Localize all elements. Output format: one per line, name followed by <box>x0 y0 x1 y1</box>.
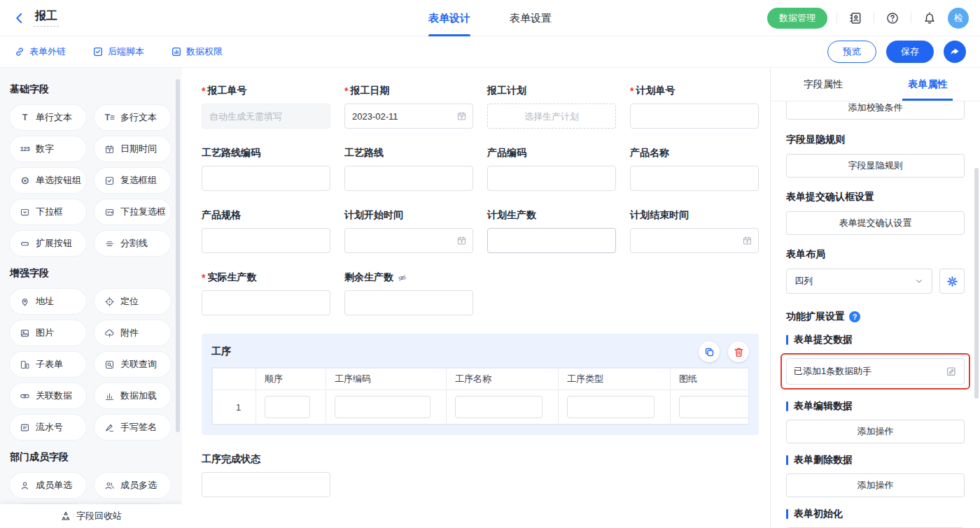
delete-data-add-action-button[interactable]: 添加操作 <box>786 473 965 497</box>
sidebar-item-location[interactable]: 定位 <box>94 289 171 314</box>
tab-form-settings[interactable]: 表单设置 <box>510 0 552 36</box>
layout-settings-button[interactable] <box>939 269 965 294</box>
help-icon[interactable]: ? <box>849 311 860 322</box>
preview-button[interactable]: 预览 <box>827 41 876 63</box>
layout-select[interactable]: 四列 <box>786 269 932 294</box>
sidebar-item-single-line-text[interactable]: T单行文本 <box>10 105 86 130</box>
field-remaining-quantity[interactable]: 剩余生产数 <box>344 271 473 315</box>
row-index: 1 <box>213 390 256 424</box>
sidebar-item-multi-select[interactable]: 下拉复选框 <box>94 199 171 224</box>
sidebar-item-member-single[interactable]: 成员单选 <box>10 473 86 498</box>
display-rules-button[interactable]: 字段显隐规则 <box>786 154 965 178</box>
sidebar-item-number[interactable]: 123数字 <box>10 136 86 162</box>
field-recycle-bin[interactable]: 字段回收站 <box>0 504 182 528</box>
sidebar-item-divider[interactable]: 分割线 <box>94 231 171 256</box>
field-report-date[interactable]: *报工日期 <box>344 85 473 129</box>
eye-hidden-icon <box>397 273 407 283</box>
product-spec-input[interactable] <box>202 228 330 253</box>
properties-panel: 字段属性 表单属性 添加校验条件 字段显隐规则 字段显隐规则 表单提交确认框设置… <box>770 68 980 528</box>
data-permission-icon <box>171 46 182 57</box>
sidebar-item-checkbox-group[interactable]: 复选框组 <box>94 168 171 193</box>
subform-copy-button[interactable] <box>699 341 720 362</box>
sidebar-item-radio-group[interactable]: ⊙单选按钮组 <box>10 168 86 193</box>
field-actual-quantity[interactable]: *实际生产数 <box>202 271 330 315</box>
product-code-input[interactable] <box>487 166 616 191</box>
plan-end-time-input[interactable] <box>630 228 759 253</box>
sidebar-item-datetime[interactable]: 日期时间 <box>94 136 171 162</box>
remaining-quantity-input[interactable] <box>344 290 473 315</box>
back-icon[interactable] <box>11 10 28 27</box>
field-product-spec[interactable]: 产品规格 <box>202 209 330 253</box>
sidebar-scrollbar[interactable] <box>176 79 180 432</box>
field-report-plan[interactable]: 报工计划 <box>487 85 616 129</box>
form-external-link[interactable]: 表单外链 <box>14 45 66 58</box>
field-plan-quantity[interactable]: 计划生产数 <box>487 209 616 253</box>
contacts-icon[interactable] <box>846 9 864 27</box>
submit-confirm-button[interactable]: 表单提交确认设置 <box>786 211 965 235</box>
avatar[interactable]: 检 <box>948 8 969 29</box>
section-submit-confirm-title: 表单提交确认框设置 <box>786 191 965 204</box>
tab-field-properties[interactable]: 字段属性 <box>771 68 876 101</box>
help-icon[interactable] <box>883 9 902 27</box>
field-route[interactable]: 工艺路线 <box>344 147 473 191</box>
field-process-status[interactable]: 工序完成状态 <box>202 453 330 497</box>
form-title[interactable]: 报工 <box>34 9 59 27</box>
edit-data-add-action-button[interactable]: 添加操作 <box>786 420 965 443</box>
sidebar-item-attachment[interactable]: 附件 <box>94 320 171 345</box>
cell-process-name-input[interactable] <box>455 396 542 418</box>
trash-icon <box>733 346 745 358</box>
submit-data-assistant[interactable]: 已添加1条数据助手 <box>786 358 965 385</box>
field-product-code[interactable]: 产品编码 <box>487 147 616 191</box>
data-permission-link[interactable]: 数据权限 <box>171 45 223 58</box>
panel-scrollbar[interactable] <box>974 168 979 399</box>
actual-quantity-input[interactable] <box>202 290 330 315</box>
plan-number-input[interactable] <box>630 104 759 129</box>
add-validation-button[interactable]: 添加校验条件 <box>786 101 965 120</box>
report-plan-input[interactable] <box>487 104 616 129</box>
process-status-input[interactable] <box>202 472 330 497</box>
lookup-icon <box>104 359 115 371</box>
script-icon <box>92 46 104 57</box>
sidebar-item-data-load[interactable]: 数据加载 <box>94 383 171 408</box>
report-date-input[interactable] <box>344 104 473 129</box>
subform-delete-button[interactable] <box>728 341 749 362</box>
sidebar-item-member-multi[interactable]: 成员多选 <box>94 473 171 498</box>
field-product-name[interactable]: 产品名称 <box>630 147 759 191</box>
cell-drawing-input[interactable] <box>679 396 749 418</box>
field-plan-number[interactable]: *计划单号 <box>630 85 759 129</box>
sidebar-item-extend-button[interactable]: 扩展按钮 <box>10 231 86 256</box>
report-number-input[interactable] <box>202 104 330 129</box>
sidebar-item-signature[interactable]: 手写签名 <box>94 415 171 440</box>
plan-start-time-input[interactable] <box>344 228 473 253</box>
tab-form-design[interactable]: 表单设计 <box>428 0 470 36</box>
sidebar-item-image[interactable]: 图片 <box>10 320 86 345</box>
plan-quantity-input[interactable] <box>487 228 616 253</box>
route-input[interactable] <box>344 166 473 191</box>
sidebar-item-lookup[interactable]: 关联查询 <box>94 352 171 377</box>
tab-form-properties[interactable]: 表单属性 <box>876 68 980 101</box>
sidebar-item-subform[interactable]: 子表单 <box>10 352 86 377</box>
field-plan-end-time[interactable]: 计划结束时间 <box>630 209 759 253</box>
save-button[interactable]: 保存 <box>886 41 934 63</box>
sidebar-item-serial-number[interactable]: 流水号 <box>10 415 86 440</box>
notification-bell-icon[interactable] <box>920 9 939 27</box>
field-plan-start-time[interactable]: 计划开始时间 <box>344 209 473 253</box>
sidebar-item-address[interactable]: 地址 <box>10 289 86 314</box>
checkbox-group-icon <box>104 175 115 187</box>
edit-icon[interactable] <box>946 366 957 377</box>
data-manage-button[interactable]: 数据管理 <box>767 8 827 29</box>
field-report-number[interactable]: *报工单号 <box>202 85 330 129</box>
subform-process[interactable]: 工序 顺序 工序编码 工序名称 工序类型 图纸 1 <box>202 334 759 435</box>
column-header: 顺序 <box>256 369 326 390</box>
product-name-input[interactable] <box>630 166 759 191</box>
cell-process-type-input[interactable] <box>567 396 654 418</box>
share-button[interactable] <box>944 41 966 63</box>
cell-process-code-input[interactable] <box>335 396 430 418</box>
sidebar-item-linked-data[interactable]: 关联数据 <box>10 383 86 408</box>
route-code-input[interactable] <box>202 166 330 191</box>
cell-order-input[interactable] <box>265 396 310 418</box>
sidebar-item-multi-line-text[interactable]: T≡多行文本 <box>94 105 171 130</box>
sidebar-item-select[interactable]: 下拉框 <box>10 199 86 224</box>
backend-script-link[interactable]: 后端脚本 <box>92 45 144 58</box>
field-route-code[interactable]: 工艺路线编码 <box>202 147 330 191</box>
